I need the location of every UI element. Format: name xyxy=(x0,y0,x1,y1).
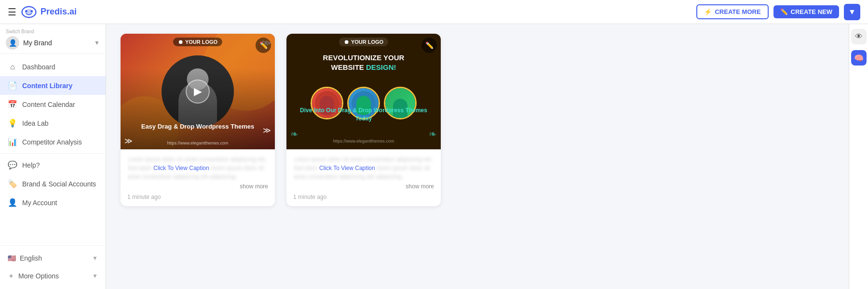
brand-name: My Brand xyxy=(23,39,90,47)
thumb1-logo: ⏺ YOUR LOGO xyxy=(173,38,222,46)
thumb2-deco-right-icon: ❧ xyxy=(429,128,437,140)
thumb2-url: https://www.elegantthemes.com xyxy=(333,139,394,144)
svg-point-2 xyxy=(25,10,27,13)
more-options-label: More Options xyxy=(18,272,59,280)
card-body-2: Lorem ipsum dolor sit amet consectetur a… xyxy=(286,149,441,206)
thumb2-background: ⏺ YOUR LOGO REVOLUTIONIZE YOURWEBSITE DE… xyxy=(286,34,441,149)
topnav-left: ☰ Predis.ai xyxy=(8,4,77,20)
topnav-right: ⚡ CREATE MORE ✏️ CREATE NEW ▼ xyxy=(696,4,860,20)
thumb1-card-title: Easy Drag & Drop Wordpress Themes xyxy=(125,123,270,130)
layout: Switch Brand 👤 My Brand ▼ ⌂ Dashboard 📄 … xyxy=(0,24,868,289)
filter-button[interactable]: ▼ xyxy=(844,4,860,20)
more-options-chevron-icon: ▼ xyxy=(92,273,98,279)
plus-icon: ＋ xyxy=(8,272,14,280)
play-button[interactable]: ▶ xyxy=(186,79,210,104)
brand-switcher[interactable]: Switch Brand 👤 My Brand ▼ xyxy=(0,24,106,54)
thumb2-card-title: REVOLUTIONIZE YOURWEBSITE DESIGN! xyxy=(294,53,433,72)
sidebar-item-my-account[interactable]: 👤 My Account xyxy=(0,193,106,212)
sidebar-item-dashboard[interactable]: ⌂ Dashboard xyxy=(0,58,106,76)
help-icon: 💬 xyxy=(8,160,17,170)
right-panel-brain-button[interactable]: 🧠 xyxy=(851,50,867,66)
thumb2-subtitle: Dive Into Our Drag & Drop Wordpress Them… xyxy=(294,106,433,123)
lightning-icon: ⚡ xyxy=(704,8,712,15)
thumb2-logo: ⏺ YOUR LOGO xyxy=(339,38,388,46)
card-body-1: Lorem ipsum dolor sit amet consectetur a… xyxy=(121,149,275,206)
sidebar-item-content-calendar[interactable]: 📅 Content Calendar xyxy=(0,95,106,114)
nav-items: ⌂ Dashboard 📄 Content Library 📅 Content … xyxy=(0,54,106,245)
sidebar-bottom: 🇺🇸 English ▼ ＋ More Options ▼ xyxy=(0,245,106,289)
card-caption-2: Lorem ipsum dolor sit amet consectetur a… xyxy=(293,155,434,181)
sidebar-item-competitor-analysis[interactable]: 📊 Competitor Analysis xyxy=(0,132,106,151)
sidebar-item-label: Brand & Social Accounts xyxy=(22,180,96,188)
logo-text: Predis.ai xyxy=(41,7,77,17)
topnav: ☰ Predis.ai ⚡ CREATE MORE ✏️ CREATE NEW … xyxy=(0,0,868,24)
card-caption-1: Lorem ipsum dolor sit amet consectetur a… xyxy=(127,155,268,181)
sidebar-item-label: Content Library xyxy=(22,82,72,90)
show-more-2[interactable]: show more xyxy=(293,183,434,190)
card-edit-button-1[interactable]: ✏️ xyxy=(256,38,271,53)
sidebar-item-label: Content Calendar xyxy=(22,101,75,108)
brand-icon: 🏷️ xyxy=(8,179,17,188)
sidebar-item-label: Idea Lab xyxy=(22,119,49,127)
card-time-2: 1 minute ago xyxy=(293,194,434,200)
sidebar-item-label: My Account xyxy=(22,199,57,207)
right-panel-eye-button[interactable]: 👁 xyxy=(851,29,867,44)
brand-switcher-label: Switch Brand xyxy=(6,29,100,34)
calendar-icon: 📅 xyxy=(8,100,17,109)
logo-icon xyxy=(21,4,37,20)
sidebar: Switch Brand 👤 My Brand ▼ ⌂ Dashboard 📄 … xyxy=(0,24,106,289)
content-card-1: ⏺ YOUR LOGO ≫ ▶ Easy Drag & Drop Wordpre… xyxy=(121,34,275,206)
lang-chevron-icon: ▼ xyxy=(92,255,98,262)
card-edit-button-2[interactable]: ✏️ xyxy=(421,38,437,53)
show-more-1[interactable]: show more xyxy=(127,183,268,190)
idea-icon: 💡 xyxy=(8,118,17,128)
thumb1-background: ⏺ YOUR LOGO ≫ ▶ Easy Drag & Drop Wordpre… xyxy=(121,34,275,149)
card-time-1: 1 minute ago xyxy=(127,194,268,200)
main-content: ⏺ YOUR LOGO ≫ ▶ Easy Drag & Drop Wordpre… xyxy=(106,24,849,289)
brand-avatar: 👤 xyxy=(6,36,19,50)
sidebar-item-content-library[interactable]: 📄 Content Library xyxy=(0,76,106,95)
nav-divider xyxy=(0,153,106,154)
content-library-icon: 📄 xyxy=(8,81,17,90)
account-icon: 👤 xyxy=(8,198,17,207)
cards-grid: ⏺ YOUR LOGO ≫ ▶ Easy Drag & Drop Wordpre… xyxy=(121,34,834,206)
language-selector[interactable]: 🇺🇸 English ▼ xyxy=(0,250,106,267)
right-panel: 👁 🧠 xyxy=(849,24,868,289)
thumb1-url: https://www.elegantthemes.com xyxy=(167,141,228,145)
sidebar-item-brand-social[interactable]: 🏷️ Brand & Social Accounts xyxy=(0,174,106,193)
language-label: English xyxy=(20,254,42,262)
create-new-button[interactable]: ✏️ CREATE NEW xyxy=(773,5,839,18)
caption-link-1[interactable]: Click To View Caption xyxy=(153,165,209,171)
caption-link-2[interactable]: Click To View Caption xyxy=(319,165,375,171)
card-thumbnail-1: ⏺ YOUR LOGO ≫ ▶ Easy Drag & Drop Wordpre… xyxy=(121,34,275,149)
sidebar-item-label: Dashboard xyxy=(22,63,55,71)
svg-point-3 xyxy=(30,10,33,13)
flag-icon: 🇺🇸 xyxy=(8,254,16,262)
thumb1-left-arrows-icon: ≫ xyxy=(124,136,133,145)
brand-chevron-icon: ▼ xyxy=(94,39,100,46)
card-thumbnail-2: ⏺ YOUR LOGO REVOLUTIONIZE YOURWEBSITE DE… xyxy=(286,34,441,149)
thumb2-deco-left-icon: ❧ xyxy=(290,128,298,140)
sidebar-item-label: Help? xyxy=(22,161,40,169)
hamburger-button[interactable]: ☰ xyxy=(8,6,16,18)
create-more-button[interactable]: ⚡ CREATE MORE xyxy=(696,4,768,19)
filter-icon: ▼ xyxy=(848,8,856,16)
sidebar-item-idea-lab[interactable]: 💡 Idea Lab xyxy=(0,114,106,132)
chart-icon: 📊 xyxy=(8,137,17,146)
content-card-2: ⏺ YOUR LOGO REVOLUTIONIZE YOURWEBSITE DE… xyxy=(286,34,441,206)
brand-switcher-select[interactable]: 👤 My Brand ▼ xyxy=(6,36,100,50)
more-options-button[interactable]: ＋ More Options ▼ xyxy=(0,267,106,285)
sidebar-item-label: Competitor Analysis xyxy=(22,138,82,146)
logo: Predis.ai xyxy=(21,4,77,20)
sidebar-item-help[interactable]: 💬 Help? xyxy=(0,156,106,174)
home-icon: ⌂ xyxy=(8,63,17,71)
pencil-icon: ✏️ xyxy=(780,8,788,15)
